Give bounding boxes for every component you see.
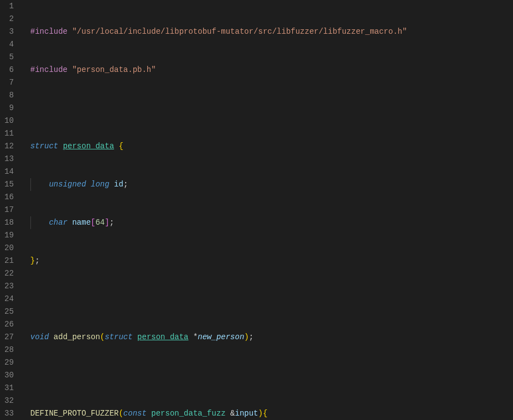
line-number: 10 xyxy=(4,115,14,127)
line-number: 14 xyxy=(4,165,14,178)
keyword: const xyxy=(123,409,147,418)
line-number: 27 xyxy=(4,331,14,344)
keyword: struct xyxy=(105,333,132,341)
code-line[interactable]: unsigned long id; xyxy=(30,178,407,191)
line-number: 2 xyxy=(4,13,14,25)
line-number: 3 xyxy=(4,25,14,38)
line-number: 25 xyxy=(4,305,14,318)
line-number: 12 xyxy=(4,140,14,153)
code-line[interactable]: char name[64]; xyxy=(30,216,407,229)
brace: } xyxy=(30,256,35,265)
line-number: 19 xyxy=(4,229,14,242)
line-number: 6 xyxy=(4,64,14,76)
code-line[interactable] xyxy=(30,293,407,305)
line-number: 17 xyxy=(4,204,14,216)
string: "person_data.pb.h" xyxy=(72,65,156,74)
line-number: 32 xyxy=(4,395,14,407)
code-area[interactable]: #include "/usr/local/include/libprotobuf… xyxy=(24,0,407,420)
type: person_data xyxy=(63,142,114,151)
line-number-gutter: 1 2 3 4 5 6 7 8 9 10 11 12 13 14 15 16 1… xyxy=(0,0,24,420)
code-editor[interactable]: 1 2 3 4 5 6 7 8 9 10 11 12 13 14 15 16 1… xyxy=(0,0,513,420)
line-number: 22 xyxy=(4,267,14,280)
macro: DEFINE_PROTO_FUZZER xyxy=(30,409,119,418)
string: "/usr/local/include/libprotobuf-mutator/… xyxy=(72,27,407,36)
line-number: 26 xyxy=(4,318,14,331)
keyword: void xyxy=(30,333,49,341)
code-line[interactable]: #include "/usr/local/include/libprotobuf… xyxy=(30,25,407,38)
line-number: 11 xyxy=(4,127,14,140)
code-line[interactable] xyxy=(30,102,407,115)
line-number: 8 xyxy=(4,89,14,102)
line-number: 28 xyxy=(4,344,14,356)
type: person_data_fuzz xyxy=(151,409,225,418)
code-line[interactable]: void add_person(struct person_data *new_… xyxy=(30,331,407,344)
line-number: 18 xyxy=(4,216,14,229)
identifier: name xyxy=(72,218,91,227)
parameter: input xyxy=(235,409,258,418)
function: add_person xyxy=(54,333,100,341)
code-line[interactable] xyxy=(30,369,407,382)
line-number: 15 xyxy=(4,178,14,191)
line-number: 24 xyxy=(4,293,14,305)
line-number: 31 xyxy=(4,382,14,395)
parameter: new_person xyxy=(198,333,244,341)
line-number: 4 xyxy=(4,38,14,51)
line-number: 1 xyxy=(4,0,14,13)
line-number: 9 xyxy=(4,102,14,115)
line-number: 23 xyxy=(4,280,14,293)
code-line[interactable]: struct person_data { xyxy=(30,140,407,153)
keyword: struct xyxy=(30,142,58,151)
number: 64 xyxy=(95,218,105,227)
keyword: unsigned xyxy=(49,180,86,189)
line-number: 33 xyxy=(4,407,14,420)
code-line[interactable]: #include "person_data.pb.h" xyxy=(30,64,407,76)
type: person_data xyxy=(137,333,188,341)
line-number: 5 xyxy=(4,51,14,64)
line-number: 20 xyxy=(4,242,14,255)
preprocessor: #include xyxy=(30,27,68,36)
keyword: long xyxy=(91,180,110,189)
brace: { xyxy=(118,142,123,151)
code-line[interactable]: DEFINE_PROTO_FUZZER(const person_data_fu… xyxy=(30,407,407,420)
keyword: char xyxy=(49,218,68,227)
preprocessor: #include xyxy=(30,65,68,74)
identifier: id xyxy=(114,180,123,189)
line-number: 13 xyxy=(4,153,14,165)
line-number: 30 xyxy=(4,369,14,382)
line-number: 29 xyxy=(4,356,14,369)
line-number: 7 xyxy=(4,76,14,89)
brace: { xyxy=(263,409,267,418)
line-number: 21 xyxy=(4,255,14,267)
code-line[interactable]: }; xyxy=(30,255,407,267)
line-number: 16 xyxy=(4,191,14,204)
